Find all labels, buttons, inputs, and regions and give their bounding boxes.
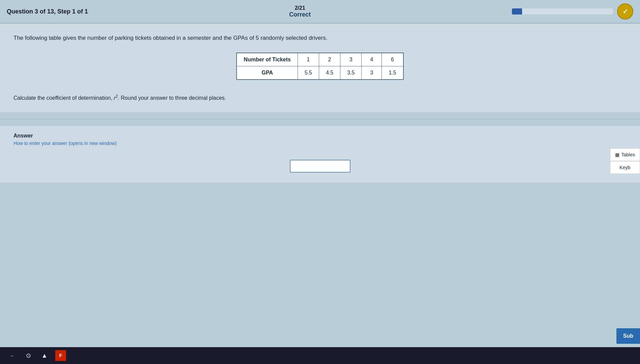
taskbar-icon-f[interactable]: F — [55, 350, 66, 361]
answer-section: Answer How to enter your answer (opens i… — [0, 126, 640, 183]
data-table: Number of Tickets 1 2 3 4 6 GPA 5.5 4.5 … — [236, 53, 403, 80]
tables-label: Tables — [621, 152, 635, 157]
gpa-val-4: 3 — [362, 66, 382, 80]
score-fraction: 2/21 — [289, 5, 311, 11]
calculate-text: Calculate the coefficient of determinati… — [13, 93, 627, 102]
section-divider — [0, 119, 640, 119]
gpa-val-3: 3.5 — [340, 66, 362, 80]
question-text: The following table gives the number of … — [13, 34, 627, 42]
score-section: 2/21 Correct — [289, 5, 311, 18]
ticket-val-2: 2 — [319, 53, 340, 66]
ticket-val-4: 4 — [362, 53, 382, 66]
ticket-val-5: 6 — [382, 53, 403, 66]
correct-label: Correct — [289, 11, 311, 18]
progress-bar-container — [512, 8, 613, 14]
avatar: ✓ — [617, 3, 633, 20]
table-row-gpa: GPA 5.5 4.5 3.5 3 1.5 — [237, 66, 403, 80]
taskbar: ·· ⊙ ▲ F — [0, 347, 640, 364]
progress-bar-fill — [512, 8, 522, 14]
answer-input-container — [13, 160, 627, 173]
gpa-label: GPA — [237, 66, 298, 80]
ticket-val-1: 1 — [298, 53, 319, 66]
taskbar-icon-dots[interactable]: ·· — [7, 350, 18, 361]
keyboard-button[interactable]: Keyb — [610, 161, 640, 174]
check-icon: ✓ — [622, 7, 628, 16]
answer-help-link[interactable]: How to enter your answer (opens in new w… — [13, 141, 117, 146]
gpa-val-1: 5.5 — [298, 66, 319, 80]
question-label: Question 3 of 13, Step 1 of 1 — [7, 8, 88, 15]
tables-icon: ▦ — [615, 152, 619, 157]
table-row-tickets: Number of Tickets 1 2 3 4 6 — [237, 53, 403, 66]
tickets-label: Number of Tickets — [237, 53, 298, 66]
main-content: The following table gives the number of … — [0, 24, 640, 112]
gpa-val-2: 4.5 — [319, 66, 340, 80]
answer-label: Answer — [13, 133, 627, 139]
answer-input[interactable] — [290, 160, 351, 173]
keyboard-label: Keyb — [619, 165, 630, 170]
submit-button[interactable]: Sub — [616, 328, 640, 344]
ticket-val-3: 3 — [340, 53, 362, 66]
header-right: ✓ — [512, 3, 633, 20]
table-container: Number of Tickets 1 2 3 4 6 GPA 5.5 4.5 … — [13, 53, 627, 80]
gpa-val-5: 1.5 — [382, 66, 403, 80]
header: Question 3 of 13, Step 1 of 1 2/21 Corre… — [0, 0, 640, 24]
taskbar-icon-circle[interactable]: ⊙ — [23, 350, 34, 361]
right-buttons: ▦ Tables Keyb — [610, 148, 640, 174]
tables-button[interactable]: ▦ Tables — [610, 148, 640, 161]
taskbar-icon-arrow[interactable]: ▲ — [39, 350, 50, 361]
